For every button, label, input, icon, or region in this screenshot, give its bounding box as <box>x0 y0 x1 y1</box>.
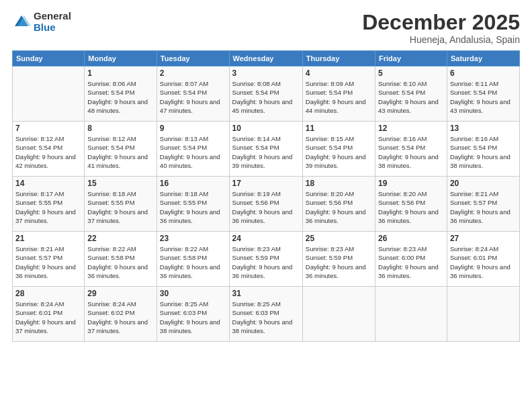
day-number: 5 <box>378 68 444 78</box>
day-number: 14 <box>15 179 81 188</box>
table-row: 16Sunrise: 8:18 AMSunset: 5:55 PMDayligh… <box>157 177 229 232</box>
calendar-week-row: 14Sunrise: 8:17 AMSunset: 5:55 PMDayligh… <box>13 177 520 232</box>
day-number: 24 <box>232 234 300 243</box>
day-detail: Sunrise: 8:19 AMSunset: 5:56 PMDaylight:… <box>232 189 300 225</box>
table-row: 12Sunrise: 8:16 AMSunset: 5:54 PMDayligh… <box>375 122 447 177</box>
day-detail: Sunrise: 8:18 AMSunset: 5:55 PMDaylight:… <box>160 189 226 225</box>
calendar-week-row: 1Sunrise: 8:06 AMSunset: 5:54 PMDaylight… <box>13 66 520 122</box>
calendar-table: Sunday Monday Tuesday Wednesday Thursday… <box>12 50 520 342</box>
day-detail: Sunrise: 8:24 AMSunset: 6:01 PMDaylight:… <box>450 244 517 280</box>
logo-icon <box>12 13 31 32</box>
table-row: 22Sunrise: 8:22 AMSunset: 5:58 PMDayligh… <box>85 232 157 287</box>
table-row <box>302 287 375 342</box>
day-detail: Sunrise: 8:20 AMSunset: 5:56 PMDaylight:… <box>306 189 372 225</box>
day-number: 26 <box>378 234 444 243</box>
table-row: 17Sunrise: 8:19 AMSunset: 5:56 PMDayligh… <box>229 177 302 232</box>
day-detail: Sunrise: 8:07 AMSunset: 5:54 PMDaylight:… <box>160 79 226 115</box>
header-saturday: Saturday <box>447 51 519 66</box>
day-detail: Sunrise: 8:22 AMSunset: 5:58 PMDaylight:… <box>87 244 154 280</box>
table-row: 9Sunrise: 8:13 AMSunset: 5:54 PMDaylight… <box>157 122 229 177</box>
header-area: General Blue December 2025 Hueneja, Anda… <box>12 11 520 45</box>
calendar-week-row: 21Sunrise: 8:21 AMSunset: 5:57 PMDayligh… <box>13 232 520 287</box>
day-number: 2 <box>160 68 226 78</box>
day-number: 1 <box>87 68 154 78</box>
header-friday: Friday <box>375 51 447 66</box>
day-detail: Sunrise: 8:23 AMSunset: 5:59 PMDaylight:… <box>306 244 372 280</box>
day-detail: Sunrise: 8:12 AMSunset: 5:54 PMDaylight:… <box>87 134 154 170</box>
table-row: 13Sunrise: 8:16 AMSunset: 5:54 PMDayligh… <box>447 122 519 177</box>
table-row: 27Sunrise: 8:24 AMSunset: 6:01 PMDayligh… <box>447 232 519 287</box>
day-detail: Sunrise: 8:17 AMSunset: 5:55 PMDaylight:… <box>15 189 81 225</box>
title-area: December 2025 Hueneja, Andalusia, Spain <box>362 11 520 45</box>
day-detail: Sunrise: 8:20 AMSunset: 5:56 PMDaylight:… <box>378 189 444 225</box>
day-number: 23 <box>160 234 226 243</box>
day-detail: Sunrise: 8:18 AMSunset: 5:55 PMDaylight:… <box>87 189 154 225</box>
day-detail: Sunrise: 8:25 AMSunset: 6:03 PMDaylight:… <box>160 300 226 335</box>
calendar-week-row: 7Sunrise: 8:12 AMSunset: 5:54 PMDaylight… <box>13 122 520 177</box>
day-number: 11 <box>306 124 372 133</box>
table-row: 4Sunrise: 8:09 AMSunset: 5:54 PMDaylight… <box>302 66 375 122</box>
day-number: 22 <box>87 234 154 243</box>
day-detail: Sunrise: 8:08 AMSunset: 5:54 PMDaylight:… <box>232 79 300 115</box>
day-number: 25 <box>306 234 372 243</box>
day-number: 31 <box>232 289 300 298</box>
day-number: 29 <box>87 289 154 298</box>
day-detail: Sunrise: 8:10 AMSunset: 5:54 PMDaylight:… <box>378 79 444 115</box>
day-number: 9 <box>160 124 226 133</box>
table-row: 8Sunrise: 8:12 AMSunset: 5:54 PMDaylight… <box>85 122 157 177</box>
day-number: 27 <box>450 234 517 243</box>
day-detail: Sunrise: 8:16 AMSunset: 5:54 PMDaylight:… <box>378 134 444 170</box>
day-number: 17 <box>232 179 300 188</box>
table-row: 19Sunrise: 8:20 AMSunset: 5:56 PMDayligh… <box>375 177 447 232</box>
day-number: 28 <box>15 289 81 298</box>
day-detail: Sunrise: 8:15 AMSunset: 5:54 PMDaylight:… <box>306 134 372 170</box>
table-row <box>13 66 85 122</box>
day-number: 20 <box>450 179 517 188</box>
table-row: 2Sunrise: 8:07 AMSunset: 5:54 PMDaylight… <box>157 66 229 122</box>
day-detail: Sunrise: 8:21 AMSunset: 5:57 PMDaylight:… <box>450 189 517 225</box>
day-number: 12 <box>378 124 444 133</box>
day-number: 7 <box>15 124 81 133</box>
day-number: 3 <box>232 68 300 78</box>
table-row: 1Sunrise: 8:06 AMSunset: 5:54 PMDaylight… <box>85 66 157 122</box>
calendar-week-row: 28Sunrise: 8:24 AMSunset: 6:01 PMDayligh… <box>13 287 520 342</box>
day-number: 4 <box>306 68 372 78</box>
subtitle: Hueneja, Andalusia, Spain <box>362 34 520 45</box>
table-row: 6Sunrise: 8:11 AMSunset: 5:54 PMDaylight… <box>447 66 519 122</box>
table-row: 14Sunrise: 8:17 AMSunset: 5:55 PMDayligh… <box>13 177 85 232</box>
table-row: 3Sunrise: 8:08 AMSunset: 5:54 PMDaylight… <box>229 66 302 122</box>
day-detail: Sunrise: 8:22 AMSunset: 5:58 PMDaylight:… <box>160 244 226 280</box>
day-number: 8 <box>87 124 154 133</box>
table-row: 31Sunrise: 8:25 AMSunset: 6:03 PMDayligh… <box>229 287 302 342</box>
table-row: 11Sunrise: 8:15 AMSunset: 5:54 PMDayligh… <box>302 122 375 177</box>
day-detail: Sunrise: 8:23 AMSunset: 5:59 PMDaylight:… <box>232 244 300 280</box>
header-wednesday: Wednesday <box>229 51 302 66</box>
day-detail: Sunrise: 8:13 AMSunset: 5:54 PMDaylight:… <box>160 134 226 170</box>
day-number: 21 <box>15 234 81 243</box>
day-number: 15 <box>87 179 154 188</box>
logo-general-text: General <box>34 11 71 22</box>
table-row: 7Sunrise: 8:12 AMSunset: 5:54 PMDaylight… <box>13 122 85 177</box>
logo-blue-text: Blue <box>34 22 71 34</box>
day-detail: Sunrise: 8:21 AMSunset: 5:57 PMDaylight:… <box>15 244 81 280</box>
page-container: General Blue December 2025 Hueneja, Anda… <box>0 0 532 411</box>
day-number: 19 <box>378 179 444 188</box>
day-detail: Sunrise: 8:23 AMSunset: 6:00 PMDaylight:… <box>378 244 444 280</box>
day-number: 30 <box>160 289 226 298</box>
table-row: 23Sunrise: 8:22 AMSunset: 5:58 PMDayligh… <box>157 232 229 287</box>
table-row: 18Sunrise: 8:20 AMSunset: 5:56 PMDayligh… <box>302 177 375 232</box>
month-title: December 2025 <box>362 11 520 34</box>
day-number: 10 <box>232 124 300 133</box>
day-detail: Sunrise: 8:25 AMSunset: 6:03 PMDaylight:… <box>232 300 300 335</box>
table-row: 21Sunrise: 8:21 AMSunset: 5:57 PMDayligh… <box>13 232 85 287</box>
header-sunday: Sunday <box>13 51 85 66</box>
table-row: 28Sunrise: 8:24 AMSunset: 6:01 PMDayligh… <box>13 287 85 342</box>
table-row: 29Sunrise: 8:24 AMSunset: 6:02 PMDayligh… <box>85 287 157 342</box>
table-row <box>447 287 519 342</box>
header-monday: Monday <box>85 51 157 66</box>
day-detail: Sunrise: 8:06 AMSunset: 5:54 PMDaylight:… <box>87 79 154 115</box>
header-thursday: Thursday <box>302 51 375 66</box>
table-row <box>375 287 447 342</box>
day-number: 13 <box>450 124 517 133</box>
table-row: 24Sunrise: 8:23 AMSunset: 5:59 PMDayligh… <box>229 232 302 287</box>
